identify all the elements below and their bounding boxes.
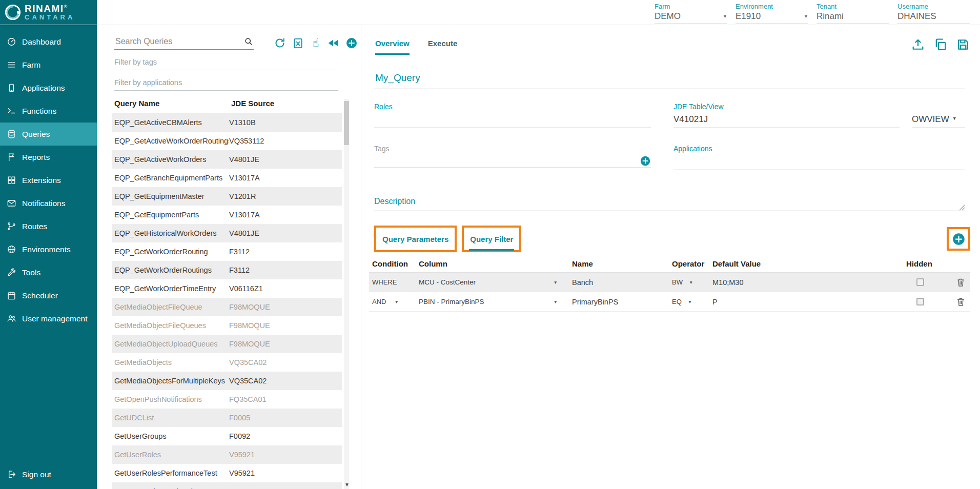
tags-field[interactable]: Tags <box>374 145 651 168</box>
add-filter-icon[interactable] <box>952 232 966 246</box>
query-row[interactable]: EQP_GetActiveWorkOrderRoutingsVQ353112 <box>112 132 342 150</box>
query-row[interactable]: GetUserRolesV95921 <box>112 445 342 464</box>
environment-value: E1910 <box>736 11 761 22</box>
touch-pointer-icon[interactable]: ☝ <box>309 36 322 50</box>
username-field: Username DHAINES <box>897 3 970 25</box>
query-row[interactable]: GetMediaObjectUploadQueuesF98MOQUE <box>112 335 342 353</box>
sidebar-item-notifications[interactable]: Notifications <box>0 192 97 215</box>
copy-icon[interactable] <box>933 37 948 52</box>
query-row[interactable]: EQP_GetWorkOrderRoutingsF3112 <box>112 261 342 279</box>
upload-icon[interactable] <box>911 37 925 52</box>
sidebar-item-sign-out[interactable]: Sign out <box>0 463 97 486</box>
search-field[interactable] <box>114 36 254 50</box>
jde-table-field[interactable]: JDE Table/View <box>673 103 900 128</box>
query-name-field[interactable] <box>374 72 965 89</box>
tab-query-filter[interactable]: Query Filter <box>469 228 514 251</box>
farm-field[interactable]: Farm DEMO▼ <box>655 3 727 25</box>
sidebar-item-routes[interactable]: Routes <box>0 215 97 238</box>
query-row[interactable]: GetMediaObjectFileQueueF98MOQUE <box>112 298 342 316</box>
sidebar-item-farm[interactable]: Farm <box>0 53 97 76</box>
environment-field[interactable]: Environment E1910▼ <box>736 3 808 25</box>
sidebar-item-label: Sign out <box>22 470 51 479</box>
query-row[interactable]: INV_GetActiveWorkOrderPartsV3111JC <box>112 482 342 489</box>
sidebar-item-reports[interactable]: Reports <box>0 146 97 169</box>
query-name-header: Query Name <box>114 99 231 108</box>
description-field[interactable]: Description <box>374 197 965 211</box>
query-name-cell: EQP_GetEquipmentParts <box>112 211 229 219</box>
query-row[interactable]: GetMediaObjectsVQ35CA02 <box>112 353 342 372</box>
tab-overview[interactable]: Overview <box>375 39 410 55</box>
default-value-cell[interactable]: M10;M30 <box>709 278 903 287</box>
add-query-icon[interactable] <box>345 36 358 50</box>
query-row[interactable]: EQP_GetEquipmentMasterV1201R <box>112 187 342 206</box>
jde-view-type-select[interactable]: OWVIEW ▼ <box>912 114 965 128</box>
sidebar-item-dashboard[interactable]: Dashboard <box>0 30 97 53</box>
query-row[interactable]: EQP_GetWorkOrderTimeEntryV06116Z1 <box>112 279 342 298</box>
sidebar-item-functions[interactable]: Functions <box>0 99 97 123</box>
name-cell[interactable]: Banch <box>569 278 669 287</box>
condition-select[interactable]: AND ▼ <box>369 298 416 305</box>
column-select[interactable]: PBIN - PrimaryBinPS ▼ <box>416 298 569 305</box>
environments-icon <box>7 244 16 254</box>
applications-input[interactable] <box>673 153 965 170</box>
user-management-icon <box>7 314 16 323</box>
sidebar-item-tools[interactable]: Tools <box>0 261 97 284</box>
sidebar-item-applications[interactable]: Applications <box>0 76 97 99</box>
reports-icon <box>7 152 16 162</box>
filter-row: AND ▼ PBIN - PrimaryBinPS ▼ PrimaryBinPS… <box>369 292 970 312</box>
operator-select[interactable]: BW ▼ <box>669 278 709 286</box>
query-row[interactable]: GetMediaObjectsForMultipleKeysVQ35CA02 <box>112 372 342 390</box>
extensions-icon <box>7 175 16 185</box>
query-row[interactable]: EQP_GetWorkOrderRoutingF3112 <box>112 242 342 261</box>
form-fields: Roles JDE Table/View OWVIEW <box>374 103 965 170</box>
default-value-cell[interactable]: P <box>709 298 903 306</box>
logo-line2: CANTARA <box>25 14 75 21</box>
query-row[interactable]: EQP_GetEquipmentPartsV13017A <box>112 206 342 224</box>
refresh-icon[interactable] <box>273 36 287 50</box>
username-label: Username <box>897 3 970 10</box>
hidden-checkbox[interactable] <box>916 298 924 305</box>
column-select[interactable]: MCU - CostCenter ▼ <box>416 278 569 286</box>
operator-select[interactable]: EQ ▼ <box>669 298 709 305</box>
delete-icon[interactable] <box>955 277 966 288</box>
query-row[interactable]: GetUDCListF0005 <box>112 409 342 427</box>
query-row[interactable]: GetUserGroupsF0092 <box>112 427 342 445</box>
header-fields: Farm DEMO▼ Environment E1910▼ Tenant Rin… <box>655 0 980 25</box>
scrollbar-down-icon[interactable]: ▼ <box>344 482 350 487</box>
save-icon[interactable] <box>956 37 970 52</box>
add-tag-icon[interactable] <box>640 155 651 167</box>
query-row[interactable]: EQP_GetActiveCBMAlertsV1310B <box>112 113 342 132</box>
filter-by-applications-input[interactable] <box>114 75 338 91</box>
hidden-checkbox[interactable] <box>916 278 924 286</box>
tab-execute[interactable]: Execute <box>428 39 458 55</box>
query-row[interactable]: GetMediaObjectFileQueuesF98MOQUE <box>112 316 342 335</box>
sidebar-item-environments[interactable]: Environments <box>0 238 97 261</box>
query-row[interactable]: EQP_GetBranchEquipmentPartsV13017A <box>112 169 342 187</box>
delete-icon[interactable] <box>955 296 966 307</box>
resize-handle-icon[interactable] <box>959 205 965 211</box>
query-list-rows: EQP_GetActiveCBMAlertsV1310BEQP_GetActiv… <box>112 113 342 489</box>
list-scrollbar[interactable] <box>344 99 349 489</box>
query-name-cell: EQP_GetWorkOrderRoutings <box>112 266 229 274</box>
sidebar-item-extensions[interactable]: Extensions <box>0 169 97 192</box>
name-cell[interactable]: PrimaryBinPS <box>569 298 669 306</box>
roles-input[interactable] <box>374 111 651 128</box>
applications-field[interactable]: Applications <box>673 145 965 170</box>
tab-query-parameters[interactable]: Query Parameters <box>381 228 450 251</box>
sidebar-item-user-management[interactable]: User management <box>0 307 97 330</box>
query-name-cell: EQP_GetWorkOrderTimeEntry <box>112 284 229 293</box>
filter-by-tags-input[interactable] <box>114 55 338 70</box>
query-row[interactable]: GetOpenPushNotificationsFQ35CA01 <box>112 390 342 409</box>
jde-table-input[interactable] <box>673 111 900 128</box>
excel-export-icon[interactable] <box>291 36 304 50</box>
scrollbar-thumb[interactable] <box>344 101 349 145</box>
search-input[interactable] <box>114 36 243 47</box>
query-row[interactable]: EQP_GetActiveWorkOrdersV4801JE <box>112 150 342 169</box>
query-row[interactable]: EQP_GetHistoricalWorkOrdersV4801JE <box>112 224 342 242</box>
sidebar-item-scheduler[interactable]: Scheduler <box>0 284 97 307</box>
sidebar-item-queries[interactable]: Queries <box>0 123 97 146</box>
collapse-left-icon[interactable] <box>327 36 340 50</box>
roles-field[interactable]: Roles <box>374 103 651 128</box>
query-name-input[interactable] <box>374 72 965 89</box>
query-row[interactable]: GetUserRolesPerformanceTestV95921 <box>112 464 342 482</box>
